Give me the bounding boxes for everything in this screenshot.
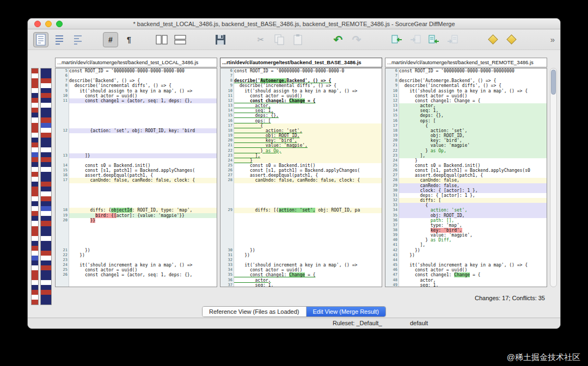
horizontal-split-button[interactable] bbox=[173, 32, 188, 47]
code-line[interactable]: 16 ops: [ bbox=[385, 119, 547, 123]
code-line[interactable]: 13 ]} bbox=[56, 153, 217, 158]
code-line[interactable]: 23 ], bbox=[220, 153, 382, 158]
code-line[interactable]: 40 } as Diff, bbox=[385, 238, 547, 243]
code-line[interactable]: 22 }) bbox=[56, 253, 217, 258]
code-line[interactable]: 7 bbox=[220, 73, 382, 78]
code-line[interactable] bbox=[220, 243, 382, 247]
apply-all-right-button[interactable] bbox=[445, 32, 460, 47]
code-line[interactable]: 10 it('should assign to a key in a map',… bbox=[220, 89, 382, 94]
code-line[interactable] bbox=[56, 123, 217, 128]
window-titlebar[interactable]: * backend_test_LOCAL_3486.js, backend_te… bbox=[28, 18, 560, 29]
code-line[interactable]: 21 value: 'magpie', bbox=[220, 143, 382, 148]
code-line[interactable]: 27 assert.deepEqual(patch1, { bbox=[220, 173, 382, 178]
code-line[interactable]: 15 deps: {}, bbox=[385, 113, 547, 118]
code-line[interactable]: 27 assert.deepEqual(patch1, { bbox=[385, 173, 547, 178]
code-line[interactable]: 19 obj: ROOT_ID, bbox=[220, 133, 382, 138]
code-line[interactable] bbox=[220, 218, 382, 223]
code-line[interactable]: 23 bbox=[56, 258, 217, 263]
code-line[interactable]: 32 diffs: [ bbox=[385, 198, 547, 203]
code-line[interactable]: 18 diffs: {objectId: ROOT_ID, type: 'map… bbox=[56, 208, 217, 213]
code-line[interactable]: 16 assert.deepEqual(patch1, { bbox=[56, 173, 217, 178]
code-line[interactable]: 5const ROOT_ID = '00000000-0000-0000-000… bbox=[56, 69, 217, 73]
code-line[interactable]: 12 {action: 'set', obj: ROOT_ID, key: 'b… bbox=[56, 128, 217, 133]
code-line[interactable] bbox=[56, 198, 217, 203]
code-line[interactable] bbox=[220, 193, 382, 198]
code-line[interactable] bbox=[56, 243, 217, 247]
code-line[interactable]: 18 action: 'set', bbox=[385, 128, 547, 133]
code-line[interactable]: 7 bbox=[385, 73, 547, 78]
code-line[interactable] bbox=[56, 183, 217, 188]
scrollbar-thumb[interactable] bbox=[551, 70, 556, 95]
folder-diff-view-button[interactable] bbox=[52, 32, 67, 47]
code-line[interactable]: 17 canUndo: false, canRedo: false, clock… bbox=[56, 178, 217, 183]
code-line[interactable]: 23 ], bbox=[385, 153, 547, 158]
vertical-scrollbar[interactable] bbox=[550, 68, 557, 287]
apply-all-left-button[interactable] bbox=[426, 32, 442, 47]
code-line[interactable]: 30 clock: { [actor]: 1 }, bbox=[385, 188, 547, 193]
code-line[interactable]: 20 }} bbox=[56, 218, 217, 223]
code-line[interactable]: 8 describe('incremental diffs', () => { bbox=[56, 83, 217, 88]
code-line[interactable]: 17 { bbox=[385, 123, 547, 128]
diff-overview-minimap[interactable] bbox=[31, 68, 52, 305]
code-line[interactable] bbox=[220, 223, 382, 228]
code-line[interactable] bbox=[56, 223, 217, 228]
code-line[interactable]: 10 it('should assign to a key in a map',… bbox=[385, 89, 547, 94]
code-line[interactable]: 12 const change1: Change = { bbox=[385, 98, 547, 103]
code-line[interactable] bbox=[220, 198, 382, 203]
code-line[interactable]: 35 const change1: Change = { bbox=[220, 272, 382, 277]
code-line[interactable]: 13 actor, bbox=[220, 103, 382, 108]
code-line[interactable]: 11 const actor = uuid() bbox=[220, 94, 382, 98]
next-conflict-button[interactable] bbox=[504, 32, 519, 47]
code-line[interactable]: 41 ], bbox=[385, 243, 547, 247]
local-code-view[interactable]: 5const ROOT_ID = '00000000-0000-0000-000… bbox=[55, 68, 217, 287]
code-line[interactable]: 9 it('should assign to a key in a map', … bbox=[56, 89, 217, 94]
apply-change-right-button[interactable] bbox=[408, 32, 423, 47]
code-line[interactable]: 25 const actor = uuid() bbox=[56, 268, 217, 272]
code-line[interactable]: 36 path: [], bbox=[385, 218, 547, 223]
code-line[interactable]: 24 it('should increment a key in a map',… bbox=[56, 263, 217, 268]
code-line[interactable]: 22 } as Op, bbox=[385, 148, 547, 153]
apply-change-left-button[interactable] bbox=[389, 32, 405, 47]
code-line[interactable]: 46 const actor = uuid() bbox=[385, 268, 547, 272]
base-code-view[interactable]: 6const ROOT_ID = '00000000-0000-0000-000… bbox=[220, 68, 382, 287]
code-line[interactable]: 21 value: 'magpie' bbox=[385, 143, 547, 148]
code-line[interactable] bbox=[56, 138, 217, 143]
code-line[interactable] bbox=[56, 113, 217, 118]
code-line[interactable]: 18 action: 'set', bbox=[220, 128, 382, 133]
code-line[interactable] bbox=[56, 148, 217, 153]
code-line[interactable]: 14 const s0 = Backend.init() bbox=[56, 163, 217, 168]
code-line[interactable] bbox=[56, 278, 217, 283]
code-line[interactable]: 11 const change1 = {actor, seq: 1, deps:… bbox=[56, 98, 217, 103]
code-line[interactable] bbox=[56, 133, 217, 138]
code-line[interactable]: 45 it('should increment a key in a map',… bbox=[385, 263, 547, 268]
code-line[interactable]: 44 bbox=[385, 258, 547, 263]
code-line[interactable]: 16 ops: [ bbox=[220, 119, 382, 123]
code-line[interactable]: 47 const change1: Change = { bbox=[385, 272, 547, 277]
reference-view-button[interactable]: Reference View (Files as Loaded) bbox=[203, 307, 307, 317]
code-line[interactable]: 26 const [s1, patch1] = Backend.applyCha… bbox=[220, 168, 382, 173]
code-line[interactable]: 22 } as Op, bbox=[220, 148, 382, 153]
code-line[interactable] bbox=[220, 203, 382, 208]
line-numbers-toggle-button[interactable]: # bbox=[103, 32, 118, 47]
code-line[interactable]: 6const ROOT_ID = '00000000-0000-0000-000… bbox=[220, 69, 382, 73]
code-line[interactable]: 6const ROOT_ID = '00000000-0000-0000-000… bbox=[385, 69, 547, 73]
minimap-column-right[interactable] bbox=[40, 68, 52, 305]
code-line[interactable]: 12 const change1: Change = { bbox=[220, 98, 382, 103]
code-line[interactable] bbox=[220, 183, 382, 188]
code-line[interactable]: 21 }) bbox=[56, 248, 217, 253]
code-line[interactable] bbox=[56, 203, 217, 208]
code-line[interactable]: 28 canUndo: false, bbox=[385, 178, 547, 183]
minimize-window-button[interactable] bbox=[45, 21, 52, 27]
code-line[interactable] bbox=[220, 228, 382, 233]
copy-button[interactable] bbox=[272, 32, 287, 47]
code-line[interactable] bbox=[56, 103, 217, 108]
previous-conflict-button[interactable] bbox=[485, 32, 500, 47]
code-line[interactable]: 8describe('Automerge.Backend', () => { bbox=[385, 78, 547, 83]
code-line[interactable] bbox=[220, 213, 382, 218]
code-line[interactable] bbox=[220, 233, 382, 238]
code-line[interactable]: 19 obj: ROOT_ID, bbox=[385, 133, 547, 138]
code-line[interactable]: 43 }) bbox=[385, 253, 547, 258]
code-line[interactable] bbox=[56, 233, 217, 238]
code-line[interactable] bbox=[56, 238, 217, 243]
code-line[interactable]: 33 it('should increment a key in a map',… bbox=[220, 263, 382, 268]
